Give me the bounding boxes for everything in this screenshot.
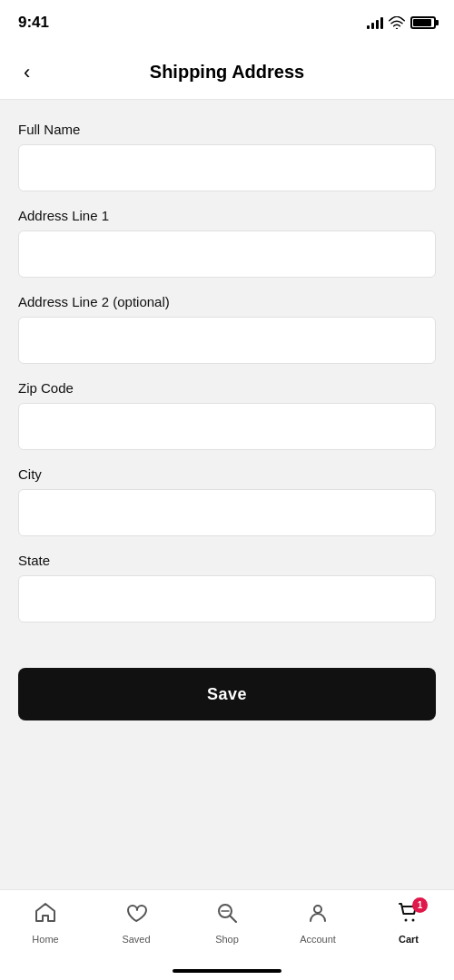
cart-badge: 1 xyxy=(412,897,428,913)
signal-icon xyxy=(367,16,383,29)
address-line1-label: Address Line 1 xyxy=(18,208,436,223)
back-button[interactable]: ‹ xyxy=(16,55,37,90)
page-title: Shipping Address xyxy=(150,62,304,83)
bottom-nav: Home Saved Shop Account xyxy=(0,889,454,980)
status-bar: 9:41 xyxy=(0,0,454,45)
city-label: City xyxy=(18,466,436,482)
state-field-group: State xyxy=(18,553,436,622)
zip-code-label: Zip Code xyxy=(18,380,436,396)
city-input[interactable] xyxy=(18,489,436,536)
nav-label-home: Home xyxy=(32,934,58,945)
nav-label-cart: Cart xyxy=(399,934,419,945)
nav-item-shop[interactable]: Shop xyxy=(200,901,254,945)
nav-item-home[interactable]: Home xyxy=(18,901,73,945)
full-name-field-group: Full Name xyxy=(18,122,436,191)
full-name-label: Full Name xyxy=(18,122,436,137)
wifi-icon xyxy=(389,16,405,29)
address-line1-input[interactable] xyxy=(18,230,436,278)
zip-code-input[interactable] xyxy=(18,403,436,450)
address-line1-field-group: Address Line 1 xyxy=(18,208,436,278)
status-icons xyxy=(367,16,436,29)
status-time: 9:41 xyxy=(18,14,49,32)
header: ‹ Shipping Address xyxy=(0,45,454,100)
full-name-input[interactable] xyxy=(18,144,436,191)
nav-label-account: Account xyxy=(300,934,336,945)
battery-icon xyxy=(410,16,436,29)
svg-point-5 xyxy=(405,919,408,922)
address-line2-label: Address Line 2 (optional) xyxy=(18,294,436,309)
svg-point-4 xyxy=(314,906,321,913)
nav-label-saved: Saved xyxy=(122,934,150,945)
state-input[interactable] xyxy=(18,575,436,622)
zip-code-field-group: Zip Code xyxy=(18,380,436,450)
svg-line-2 xyxy=(230,916,236,922)
city-field-group: City xyxy=(18,466,436,536)
svg-point-0 xyxy=(396,28,398,29)
nav-item-cart[interactable]: 1 Cart xyxy=(381,901,436,945)
home-indicator xyxy=(173,969,281,973)
address-line2-field-group: Address Line 2 (optional) xyxy=(18,294,436,364)
search-icon xyxy=(215,901,239,930)
svg-point-6 xyxy=(412,919,415,922)
state-label: State xyxy=(18,553,436,568)
form-area: Full Name Address Line 1 Address Line 2 … xyxy=(0,100,454,661)
nav-item-saved[interactable]: Saved xyxy=(109,901,163,945)
account-icon xyxy=(306,901,330,930)
home-icon xyxy=(34,901,57,930)
heart-icon xyxy=(124,901,148,930)
nav-item-account[interactable]: Account xyxy=(291,901,345,945)
nav-label-shop: Shop xyxy=(215,934,239,945)
save-button[interactable]: Save xyxy=(18,668,436,720)
address-line2-input[interactable] xyxy=(18,317,436,364)
cart-icon: 1 xyxy=(397,901,420,930)
